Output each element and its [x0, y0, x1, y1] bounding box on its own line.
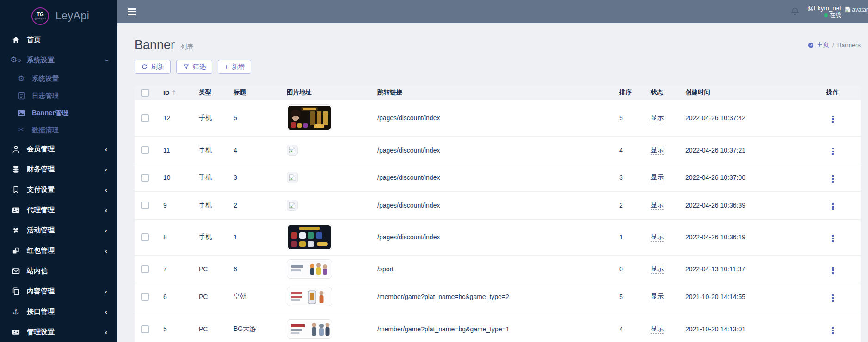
status-editable-link[interactable]: 显示 [651, 293, 664, 301]
row-checkbox[interactable] [141, 325, 149, 333]
column-header-2: 标题 [234, 86, 287, 99]
cell-type: 手机 [199, 219, 234, 255]
banner-thumbnail-bg-game-banner[interactable] [287, 319, 332, 339]
status-editable-link[interactable]: 显示 [651, 265, 664, 274]
broken-image-icon[interactable] [287, 145, 298, 156]
sidebar-item-cubes-7[interactable]: 红包管理‹ [0, 240, 117, 261]
banner-thumbnail-phone-promo-banner[interactable] [287, 287, 332, 306]
status-editable-link[interactable]: 显示 [651, 146, 664, 155]
sidebar-item-address-card-5[interactable]: 代理管理‹ [0, 200, 117, 220]
broken-image-icon[interactable] [287, 172, 298, 183]
row-checkbox[interactable] [141, 174, 149, 182]
cell-link: /pages/discount/index [377, 191, 619, 219]
notification-bell-icon[interactable] [790, 6, 800, 17]
row-actions-menu-icon[interactable] [830, 325, 836, 336]
cell-image [287, 219, 377, 255]
breadcrumb: 主页 / Banners [807, 41, 861, 49]
app-name: LeyApi [55, 10, 89, 22]
cell-id: 10 [163, 164, 199, 191]
row-actions-menu-icon[interactable] [830, 265, 836, 276]
sidebar-item-bookmark-4[interactable]: 支付设置‹ [0, 179, 117, 200]
filter-button[interactable]: 筛选 [176, 60, 212, 74]
header-checkbox-cell [135, 86, 163, 99]
cell-type: 手机 [199, 164, 234, 191]
row-checkbox[interactable] [141, 202, 149, 209]
sidebar-item-copy-9[interactable]: 内容管理‹ [0, 281, 117, 301]
breadcrumb-home-link[interactable]: 主页 [807, 41, 829, 49]
sidebar-item-label: 支付设置 [27, 185, 55, 194]
page-title: Banner 列表 [135, 38, 194, 52]
avatar[interactable]: avatar [845, 6, 868, 13]
cell-image [287, 99, 377, 136]
sidebar-item-anchor-10[interactable]: ⚓接口管理‹ [0, 301, 117, 322]
row-actions-menu-icon[interactable] [830, 293, 836, 304]
cell-id: 5 [163, 311, 199, 342]
sidebar-item-label: 系统设置 [32, 74, 59, 83]
banner-thumbnail-casino-games-banner[interactable] [287, 224, 332, 250]
row-checkbox-cell [135, 255, 163, 283]
sidebar-item-scissors-1-3[interactable]: ✂数据清理 [0, 122, 117, 139]
row-checkbox[interactable] [141, 114, 149, 122]
row-checkbox-cell [135, 191, 163, 219]
cell-type: PC [199, 311, 234, 342]
breadcrumb-separator: / [832, 42, 834, 49]
chevron-left-icon: ‹ [105, 186, 107, 194]
row-checkbox[interactable] [141, 233, 149, 241]
cell-sort: 2 [619, 191, 651, 219]
add-button[interactable]: + 新增 [218, 60, 251, 74]
cell-created: 2022-04-26 10:37:42 [685, 99, 815, 136]
filter-funnel-icon [183, 63, 190, 70]
sidebar-item-envelope-8[interactable]: 站内信 [0, 261, 117, 281]
row-actions-menu-icon[interactable] [830, 233, 836, 244]
sidebar-item-gear-1-0[interactable]: ⚙系统设置 [0, 70, 117, 87]
status-editable-link[interactable]: 显示 [651, 325, 664, 334]
status-editable-link[interactable]: 显示 [651, 173, 664, 182]
sidebar-item-log-file-1-1[interactable]: 日志管理 [0, 87, 117, 104]
row-actions-menu-icon[interactable] [830, 201, 836, 212]
row-checkbox[interactable] [141, 265, 149, 273]
row-actions-menu-icon[interactable] [830, 173, 836, 184]
sidebar-item-user-2[interactable]: 会员管理‹ [0, 139, 117, 159]
cell-status: 显示 [651, 283, 685, 311]
fan-icon [11, 226, 20, 235]
cell-actions [815, 191, 861, 219]
banner-thumbnail-sports-banner[interactable] [287, 259, 332, 279]
row-checkbox[interactable] [141, 146, 149, 154]
row-checkbox[interactable] [141, 293, 149, 301]
sidebar-item-id-card-11[interactable]: 管理设置‹ [0, 322, 117, 342]
online-dot [824, 13, 828, 17]
row-actions-menu-icon[interactable] [830, 146, 836, 157]
banner-thumbnail-casino-ag-banner[interactable] [287, 104, 332, 131]
hamburger-menu-icon[interactable] [128, 7, 136, 17]
sidebar-item-gears-1[interactable]: ⚙⚙系统设置‹ [0, 50, 117, 70]
online-status-label: 在线 [830, 12, 841, 19]
select-all-checkbox[interactable] [141, 89, 149, 97]
table-row: 9手机2/pages/discount/index2显示2022-04-26 1… [135, 191, 861, 219]
logo-badge-text: TG [37, 12, 43, 17]
cell-title: 2 [234, 191, 287, 219]
breadcrumb-current: Banners [837, 42, 861, 49]
row-checkbox-cell [135, 164, 163, 191]
cell-sort: 1 [619, 219, 651, 255]
sidebar-item-database-3[interactable]: 财务管理‹ [0, 159, 117, 179]
cell-sort: 5 [619, 99, 651, 136]
sidebar-item-home-0[interactable]: 首页 [0, 30, 117, 50]
sidebar-item-fan-6[interactable]: 活动管理‹ [0, 220, 117, 240]
row-actions-menu-icon[interactable] [830, 114, 836, 125]
sidebar-item-label: 日志管理 [32, 92, 59, 100]
cell-image [287, 136, 377, 164]
gears-icon: ⚙⚙ [11, 55, 20, 65]
column-header-0[interactable]: ID↑ [163, 86, 199, 99]
status-editable-link[interactable]: 显示 [651, 201, 664, 210]
row-checkbox-cell [135, 219, 163, 255]
cell-actions [815, 283, 861, 311]
broken-image-icon[interactable] [287, 200, 298, 211]
sidebar-item-label: 内容管理 [27, 287, 55, 296]
bookmark-icon [11, 185, 20, 194]
status-editable-link[interactable]: 显示 [651, 233, 664, 242]
status-editable-link[interactable]: 显示 [651, 114, 664, 122]
page-title-sub: 列表 [181, 43, 194, 50]
cell-id: 6 [163, 283, 199, 311]
refresh-button[interactable]: 刷新 [135, 60, 171, 74]
sidebar-item-image-1-2[interactable]: Banner管理 [0, 104, 117, 122]
